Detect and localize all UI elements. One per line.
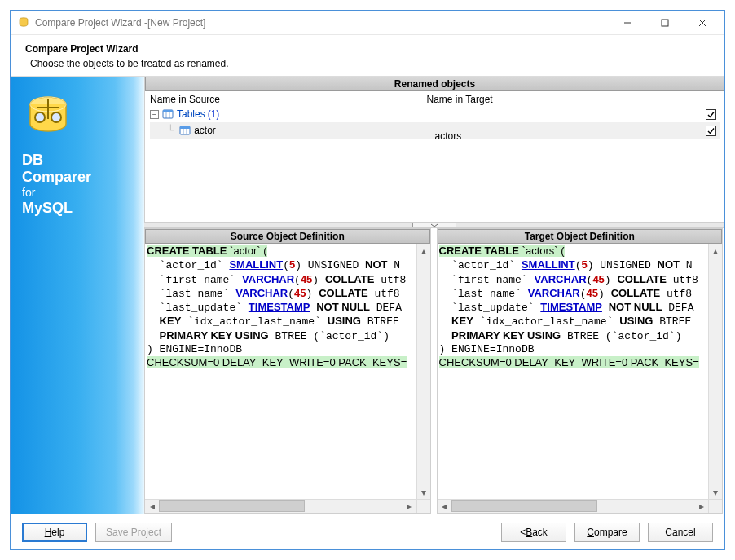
tree-group-count: (1) [208, 108, 220, 120]
scroll-down-icon[interactable]: ▾ [709, 485, 722, 499]
table-icon [179, 125, 191, 136]
collapse-icon[interactable]: − [150, 110, 159, 119]
source-def-header: Source Object Definition [145, 229, 430, 244]
source-sql-code[interactable]: CREATE TABLE `actor` ( `actor_id` SMALLI… [145, 244, 430, 371]
group-checkbox[interactable] [706, 109, 716, 120]
vertical-scrollbar[interactable]: ▴ ▾ [708, 244, 722, 499]
scroll-right-icon[interactable]: ▸ [403, 500, 416, 512]
source-name: actor [194, 125, 216, 136]
source-definition-pane: Source Object Definition CREATE TABLE `a… [144, 228, 431, 514]
svg-point-9 [35, 112, 45, 122]
minimize-button[interactable] [609, 11, 646, 34]
db-comparer-icon [22, 91, 74, 143]
tree-item-actor[interactable]: └ actor actors [150, 122, 720, 139]
app-icon [17, 16, 30, 29]
maximize-button[interactable] [646, 11, 684, 34]
scroll-right-icon[interactable]: ▸ [694, 500, 708, 512]
page-subtitle: Choose the objects to be treated as rena… [25, 55, 710, 69]
col-name-source: Name in Source [148, 93, 425, 106]
scroll-up-icon[interactable]: ▴ [417, 244, 430, 258]
tables-icon [162, 108, 174, 120]
target-def-header: Target Object Definition [438, 229, 723, 244]
renamed-objects-header: Renamed objects [145, 77, 724, 91]
renamed-objects-grid[interactable]: Name in Source Name in Target − Tables (… [145, 91, 724, 222]
item-checkbox[interactable] [706, 126, 716, 136]
close-button[interactable] [684, 11, 721, 34]
scroll-thumb[interactable] [451, 500, 597, 512]
scroll-left-icon[interactable]: ◂ [438, 500, 451, 512]
scroll-thumb[interactable] [159, 500, 305, 512]
wizard-sidebar: DB Comparer for MySQL [11, 77, 144, 514]
svg-rect-16 [180, 126, 190, 129]
horizontal-scrollbar[interactable]: ◂ ▸ [438, 499, 723, 513]
tree-group-tables[interactable]: − Tables (1) [150, 106, 720, 122]
cancel-button[interactable]: Cancel [648, 523, 713, 542]
svg-rect-12 [163, 110, 173, 112]
col-name-target: Name in Target [425, 93, 702, 106]
brand-text: DB Comparer for MySQL [22, 152, 133, 217]
compare-button[interactable]: Compare [574, 523, 640, 542]
wizard-footer: Help Save Project < Back Compare Cancel [11, 514, 724, 549]
target-name: actors [435, 130, 462, 142]
scroll-left-icon[interactable]: ◂ [145, 500, 159, 512]
wizard-window: Compare Project Wizard -[New Project] Co… [10, 10, 725, 550]
page-title: Compare Project Wizard [25, 43, 710, 55]
wizard-header: Compare Project Wizard Choose the object… [11, 35, 724, 76]
help-button[interactable]: Help [22, 523, 87, 542]
horizontal-scrollbar[interactable]: ◂ ▸ [145, 499, 430, 513]
vertical-scrollbar[interactable]: ▴ ▾ [416, 244, 430, 499]
scroll-down-icon[interactable]: ▾ [417, 485, 430, 499]
splitter-horizontal[interactable] [144, 222, 724, 228]
back-button[interactable]: < Back [501, 523, 566, 542]
tree-group-label: Tables [177, 108, 205, 120]
svg-rect-2 [662, 20, 668, 26]
svg-point-10 [51, 112, 61, 122]
titlebar[interactable]: Compare Project Wizard -[New Project] [11, 11, 724, 35]
save-project-button: Save Project [95, 523, 172, 542]
target-sql-code[interactable]: CREATE TABLE `actors` ( `actor_id` SMALL… [438, 244, 723, 371]
target-definition-pane: Target Object Definition CREATE TABLE `a… [437, 228, 724, 514]
scroll-up-icon[interactable]: ▴ [709, 244, 722, 258]
window-title: Compare Project Wizard -[New Project] [35, 17, 609, 29]
